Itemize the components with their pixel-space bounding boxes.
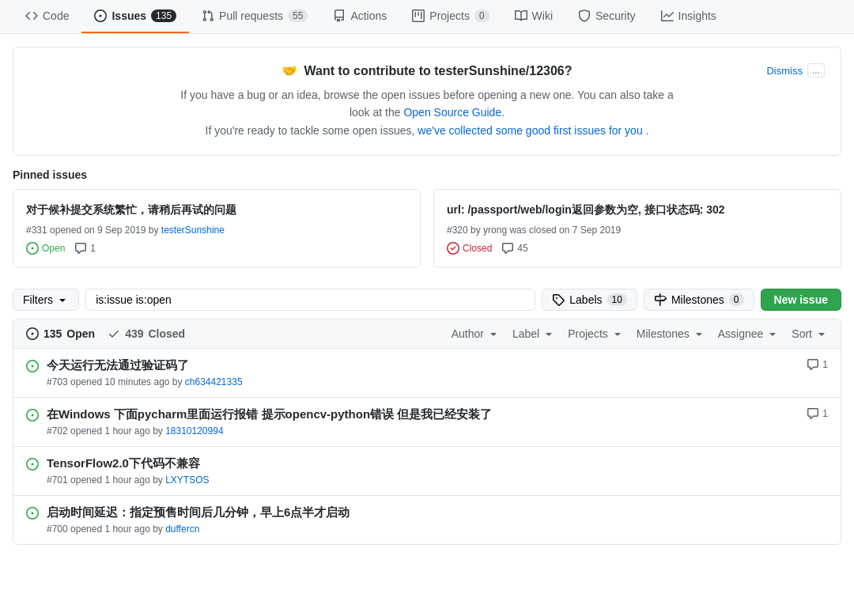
checkmark-icon	[108, 327, 120, 340]
label-chevron-icon	[542, 327, 555, 340]
tab-code-label: Code	[43, 9, 69, 22]
tab-pull-requests[interactable]: Pull requests 55	[189, 0, 320, 33]
issues-header-left: 135 Open 439 Closed	[26, 327, 185, 340]
pinned-card-1-title[interactable]: url: /passport/web/login返回参数为空, 接口状态码: 3…	[447, 202, 828, 218]
good-first-issues-link[interactable]: we've collected some good first issues f…	[418, 124, 642, 137]
projects-chevron-icon	[611, 327, 624, 340]
issue-author-700[interactable]: duffercn	[165, 523, 199, 535]
issue-open-icon-703	[26, 360, 39, 375]
filter-right: Labels 10 Milestones 0 New issue	[542, 289, 841, 311]
assignee-filter[interactable]: Assignee	[718, 327, 780, 340]
dismiss-button[interactable]: Dismiss	[766, 65, 803, 77]
tab-issues-label: Issues	[111, 9, 146, 22]
tab-actions[interactable]: Actions	[320, 0, 399, 33]
tag-icon	[552, 293, 565, 306]
issue-open-icon-702	[26, 409, 39, 424]
pinned-card-0-title[interactable]: 对于候补提交系统繁忙，请稍后再试的问题	[26, 202, 407, 218]
tab-security[interactable]: Security	[565, 0, 648, 33]
tab-code[interactable]: Code	[13, 0, 81, 33]
issue-content-703: 今天运行无法通过验证码了 #703 opened 10 minutes ago …	[47, 358, 794, 387]
issue-title-700[interactable]: 启动时间延迟：指定预售时间后几分钟，早上6点半才启动	[47, 505, 815, 520]
pinned-card-0-status: Open	[26, 242, 65, 255]
tab-pr-badge: 55	[288, 9, 308, 22]
issue-title-702[interactable]: 在Windows 下面pycharm里面运行报错 提示opencv-python…	[47, 407, 794, 422]
issue-comments-703[interactable]: 1	[807, 358, 828, 371]
milestones-button[interactable]: Milestones 0	[644, 289, 754, 311]
issues-header-right: Author Label Projects Milestones Assigne…	[452, 327, 828, 340]
code-icon	[25, 9, 38, 22]
assignee-chevron-icon	[766, 327, 779, 340]
insights-icon	[661, 9, 674, 22]
issue-meta-702: #702 opened 1 hour ago by 18310120994	[47, 425, 794, 436]
tab-issues-badge: 135	[151, 9, 176, 22]
open-source-guide-link[interactable]: Open Source Guide	[403, 106, 501, 119]
table-row: 启动时间延迟：指定预售时间后几分钟，早上6点半才启动 #700 opened 1…	[13, 496, 841, 544]
milestone-icon	[654, 293, 667, 306]
author-chevron-icon	[487, 327, 500, 340]
label-filter[interactable]: Label	[512, 327, 555, 340]
tab-projects-badge: 0	[474, 9, 489, 22]
banner-body: If you have a bug or an idea, browse the…	[29, 86, 825, 139]
tab-insights[interactable]: Insights	[648, 0, 729, 33]
contribute-banner: 🤝 Want to contribute to testerSunshine/1…	[13, 47, 841, 156]
tab-issues[interactable]: Issues 135	[81, 0, 189, 33]
new-issue-button[interactable]: New issue	[761, 289, 841, 311]
closed-count[interactable]: 439 Closed	[108, 327, 185, 340]
issue-content-700: 启动时间延迟：指定预售时间后几分钟，早上6点半才启动 #700 opened 1…	[47, 505, 815, 535]
tab-security-label: Security	[595, 9, 636, 22]
tab-projects[interactable]: Projects 0	[399, 0, 501, 33]
issues-list-header: 135 Open 439 Closed Author Label Project…	[13, 319, 841, 349]
filters-button[interactable]: Filters	[13, 289, 79, 311]
dismiss-options-icon[interactable]: ...	[807, 63, 825, 77]
pinned-card-1-comments: 45	[501, 242, 527, 255]
pinned-card-0-comments: 1	[74, 242, 96, 255]
pinned-card-0-footer: Open 1	[26, 242, 407, 255]
chevron-down-icon	[56, 293, 69, 306]
table-row: 今天运行无法通过验证码了 #703 opened 10 minutes ago …	[13, 349, 841, 398]
milestones-filter[interactable]: Milestones	[637, 327, 705, 340]
sort-filter[interactable]: Sort	[792, 327, 828, 340]
open-count[interactable]: 135 Open	[26, 327, 95, 340]
table-row: TensorFlow2.0下代码不兼容 #701 opened 1 hour a…	[13, 447, 841, 496]
author-filter[interactable]: Author	[452, 327, 500, 340]
pinned-card-1-status: Closed	[447, 242, 492, 255]
banner-title: 🤝 Want to contribute to testerSunshine/1…	[29, 63, 825, 78]
tab-insights-label: Insights	[678, 9, 716, 22]
issue-open-icon-700	[26, 507, 39, 522]
labels-button[interactable]: Labels 10	[542, 289, 637, 311]
projects-icon	[412, 9, 425, 22]
issue-right-703: 1	[794, 358, 828, 371]
actions-icon	[333, 9, 346, 22]
tab-projects-label: Projects	[429, 9, 470, 22]
issue-comments-702[interactable]: 1	[807, 407, 828, 420]
pinned-card-0-meta: #331 opened on 9 Sep 2019 by testerSunsh…	[26, 225, 407, 236]
pinned-issues-title: Pinned issues	[13, 168, 841, 181]
pinned-card-1-footer: Closed 45	[447, 242, 828, 255]
issue-icon	[94, 9, 107, 22]
issue-title-701[interactable]: TensorFlow2.0下代码不兼容	[47, 456, 815, 471]
issue-author-703[interactable]: ch634421335	[185, 376, 243, 387]
pinned-cards: 对于候补提交系统繁忙，请稍后再试的问题 #331 opened on 9 Sep…	[13, 189, 841, 268]
issue-title-703[interactable]: 今天运行无法通过验证码了	[47, 358, 794, 373]
issue-author-702[interactable]: 18310120994	[165, 425, 223, 436]
table-row: 在Windows 下面pycharm里面运行报错 提示opencv-python…	[13, 398, 841, 447]
pinned-card-0-author[interactable]: testerSunshine	[161, 225, 225, 236]
tab-wiki-label: Wiki	[532, 9, 553, 22]
banner-emoji: 🤝	[282, 63, 297, 78]
issue-content-701: TensorFlow2.0下代码不兼容 #701 opened 1 hour a…	[47, 456, 815, 486]
issue-meta-700: #700 opened 1 hour ago by duffercn	[47, 523, 815, 535]
issues-container: 135 Open 439 Closed Author Label Project…	[13, 319, 841, 545]
tab-wiki[interactable]: Wiki	[502, 0, 565, 33]
projects-filter[interactable]: Projects	[568, 327, 624, 340]
pinned-issues-section: Pinned issues 对于候补提交系统繁忙，请稍后再试的问题 #331 o…	[13, 168, 841, 268]
issue-author-701[interactable]: LXYTSOS	[165, 474, 209, 486]
filter-bar: Filters Labels 10 Milestones 0 New issue	[13, 281, 841, 319]
pinned-card-1-meta: #320 by yrong was closed on 7 Sep 2019	[447, 225, 828, 236]
issue-meta-703: #703 opened 10 minutes ago by ch63442133…	[47, 376, 794, 387]
issue-right-702: 1	[794, 407, 828, 420]
search-input[interactable]	[85, 289, 535, 311]
issue-open-icon-701	[26, 458, 39, 473]
pinned-card-1: url: /passport/web/login返回参数为空, 接口状态码: 3…	[433, 189, 841, 268]
pinned-card-0: 对于候补提交系统繁忙，请稍后再试的问题 #331 opened on 9 Sep…	[13, 189, 421, 268]
comment-icon	[807, 407, 819, 420]
